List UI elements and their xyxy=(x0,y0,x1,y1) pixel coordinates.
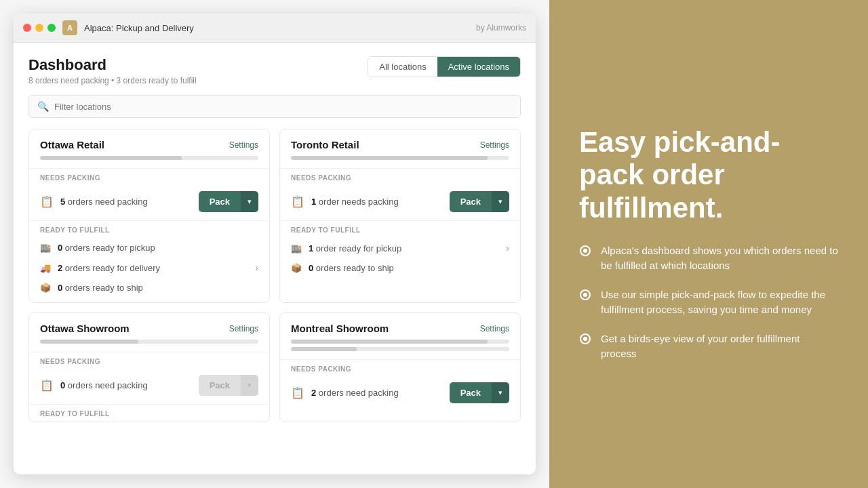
tab-active-locations[interactable]: Active locations xyxy=(437,57,520,77)
feature-text-3: Get a birds-eye view of your order fulfi… xyxy=(601,331,838,362)
feature-item-3: Get a birds-eye view of your order fulfi… xyxy=(579,331,838,362)
pack-count-text: 0 orders need packing xyxy=(60,380,148,390)
pickup-text: 1 order ready for pickup xyxy=(309,243,401,253)
feature-text-2: Use our simple pick-and-pack flow to exp… xyxy=(601,287,838,318)
pack-text: orders need packing xyxy=(68,380,148,390)
chevron-right-icon: › xyxy=(255,262,258,273)
order-count: 0 xyxy=(60,380,65,390)
fulfill-info: 📦 0 orders ready to ship xyxy=(40,283,143,293)
card-header: Montreal Showroom Settings xyxy=(280,313,520,340)
pack-button[interactable]: Pack xyxy=(450,191,492,212)
needs-packing-label: NEEDS PACKING xyxy=(280,168,520,186)
progress-bar-1 xyxy=(291,340,509,344)
pack-count-text: 2 orders need packing xyxy=(311,388,399,398)
close-button[interactable] xyxy=(23,24,31,32)
dashboard-header: Dashboard 8 orders need packing • 3 orde… xyxy=(28,56,521,85)
fulfill-row-pickup: 🏬 0 orders ready for pickup xyxy=(29,238,269,258)
location-card-montreal-showroom: Montreal Showroom Settings NEEDS PACKING xyxy=(279,312,521,422)
location-card-ottawa-retail: Ottawa Retail Settings NEEDS PACKING 📋 5… xyxy=(28,129,270,303)
bullet-icon-1 xyxy=(579,245,591,257)
search-icon: 🔍 xyxy=(37,101,49,112)
order-count: 1 xyxy=(311,197,316,207)
svg-point-5 xyxy=(583,337,587,341)
progress-bar-2 xyxy=(291,347,509,351)
settings-link[interactable]: Settings xyxy=(229,140,258,150)
ship-icon: 📦 xyxy=(40,283,51,293)
progress-bar-fill xyxy=(291,156,488,160)
pack-text: orders need packing xyxy=(68,197,148,207)
fulfill-info: 📦 0 orders ready to ship xyxy=(291,263,394,273)
hero-title: Easy pick-and-pack order fulfillment. xyxy=(579,126,838,224)
right-panel: Easy pick-and-pack order fulfillment. Al… xyxy=(549,0,868,488)
pack-icon: 📋 xyxy=(40,379,54,392)
pickup-icon: 🏬 xyxy=(40,243,51,253)
ship-text: 0 orders ready to ship xyxy=(58,283,143,293)
progress-bar xyxy=(40,156,258,160)
tab-all-locations[interactable]: All locations xyxy=(368,57,437,77)
pack-icon: 📋 xyxy=(291,386,304,399)
pack-dropdown-button[interactable]: ▾ xyxy=(492,191,509,212)
pack-dropdown-button[interactable]: ▾ xyxy=(492,382,509,403)
pack-row: 📋 1 order needs packing Pack ▾ xyxy=(280,186,520,220)
location-card-toronto-retail: Toronto Retail Settings NEEDS PACKING 📋 … xyxy=(279,129,521,303)
main-content: Dashboard 8 orders need packing • 3 orde… xyxy=(14,43,536,474)
tab-group: All locations Active locations xyxy=(368,56,521,77)
app-logo: A xyxy=(62,20,77,35)
progress-bar-container xyxy=(280,156,520,168)
pack-row: 📋 2 orders need packing Pack ▾ xyxy=(280,377,520,411)
pack-text: orders need packing xyxy=(319,388,399,398)
pack-count-text: 5 orders need packing xyxy=(60,197,148,207)
search-input[interactable] xyxy=(54,102,512,112)
needs-packing-label: NEEDS PACKING xyxy=(29,168,269,186)
pack-dropdown-button[interactable]: ▾ xyxy=(241,191,258,212)
fulfill-info: 🏬 0 orders ready for pickup xyxy=(40,243,155,253)
fulfill-row-pickup[interactable]: 🏬 1 order ready for pickup › xyxy=(280,238,520,258)
bullet-icon-2 xyxy=(579,289,591,301)
svg-point-1 xyxy=(583,249,587,253)
card-header: Ottawa Showroom Settings xyxy=(29,313,269,340)
ship-text: 0 orders ready to ship xyxy=(309,263,394,273)
pack-btn-group: Pack ▾ xyxy=(450,191,509,212)
pack-button[interactable]: Pack xyxy=(450,382,492,403)
progress-bar-fill-2 xyxy=(291,347,357,351)
pack-info: 📋 5 orders need packing xyxy=(40,195,148,208)
delivery-text: 2 orders ready for delivery xyxy=(58,263,160,273)
settings-link[interactable]: Settings xyxy=(229,324,258,333)
settings-link[interactable]: Settings xyxy=(480,324,509,333)
pack-dropdown-button-disabled: ▾ xyxy=(241,375,258,396)
location-name: Ottawa Retail xyxy=(40,139,104,150)
dashboard-title: Dashboard xyxy=(28,56,197,74)
pack-btn-group: Pack ▾ xyxy=(450,382,509,403)
order-count: 2 xyxy=(311,388,316,398)
feature-list: Alpaca's dashboard shows you which order… xyxy=(579,243,838,362)
pack-row: 📋 5 orders need packing Pack ▾ xyxy=(29,186,269,220)
pack-button-disabled: Pack xyxy=(199,375,241,396)
ship-icon: 📦 xyxy=(291,263,302,273)
maximize-button[interactable] xyxy=(47,24,56,32)
fulfill-row-delivery[interactable]: 🚚 2 orders ready for delivery › xyxy=(29,258,269,278)
location-name: Ottawa Showroom xyxy=(40,323,130,334)
progress-bar-fill-1 xyxy=(291,340,488,344)
location-card-ottawa-showroom: Ottawa Showroom Settings NEEDS PACKING 📋… xyxy=(28,312,270,422)
progress-bar-container xyxy=(29,156,269,168)
settings-link[interactable]: Settings xyxy=(480,140,509,150)
window-chrome: A Alpaca: Pickup and Delivery by Alumwor… xyxy=(14,14,536,474)
progress-bar xyxy=(40,340,258,344)
pack-button[interactable]: Pack xyxy=(199,191,241,212)
locations-grid: Ottawa Retail Settings NEEDS PACKING 📋 5… xyxy=(28,129,521,422)
location-name: Toronto Retail xyxy=(291,139,359,150)
order-count: 5 xyxy=(60,197,65,207)
dashboard-subtitle: 8 orders need packing • 3 orders ready t… xyxy=(28,76,197,85)
app-title: Alpaca: Pickup and Delivery xyxy=(84,23,194,33)
ready-to-fulfill-label: READY TO FULFILL xyxy=(280,220,520,238)
by-alumworks: by Alumworks xyxy=(476,23,526,33)
progress-bar xyxy=(291,156,509,160)
chevron-right-icon: › xyxy=(506,243,509,253)
svg-point-3 xyxy=(583,293,587,297)
bullet-icon-3 xyxy=(579,333,591,345)
ready-to-fulfill-label: READY TO FULFILL xyxy=(29,220,269,238)
card-header: Ottawa Retail Settings xyxy=(29,129,269,156)
feature-item-2: Use our simple pick-and-pack flow to exp… xyxy=(579,287,838,318)
search-bar: 🔍 xyxy=(28,95,521,118)
minimize-button[interactable] xyxy=(35,24,43,32)
